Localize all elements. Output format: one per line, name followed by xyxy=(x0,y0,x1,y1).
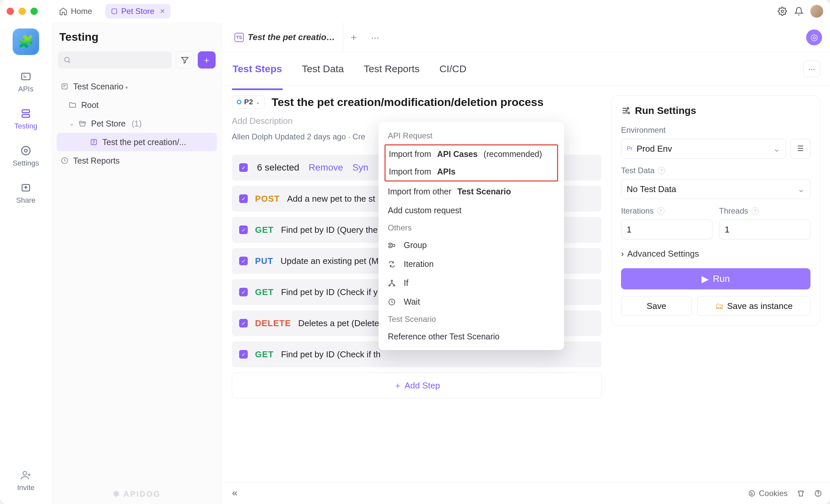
advanced-settings-toggle[interactable]: Advanced Settings xyxy=(621,249,810,259)
sidebar: Testing ＋ xyxy=(52,23,222,504)
sidebar-item-test-reports[interactable]: Test Reports xyxy=(57,151,217,170)
svg-rect-4 xyxy=(22,115,30,118)
env-menu-button[interactable]: ☰ xyxy=(791,139,810,159)
testdata-value: No Test Data xyxy=(627,184,676,194)
subtab-test-data[interactable]: Test Data xyxy=(301,59,345,79)
rail-item-testing[interactable]: Testing xyxy=(0,106,52,132)
document-tab[interactable]: TS Test the pet creatio… xyxy=(227,23,343,52)
help-icon[interactable]: ? xyxy=(657,207,664,215)
step-checkbox[interactable]: ✓ xyxy=(239,350,248,358)
priority-dot-icon xyxy=(237,100,242,104)
rail-item-share[interactable]: Share xyxy=(0,180,52,207)
scenario-icon xyxy=(61,83,69,90)
settings-icon xyxy=(20,145,31,156)
subtab-test-reports[interactable]: Test Reports xyxy=(363,59,420,79)
dropdown-add-custom[interactable]: Add custom request xyxy=(379,201,564,220)
app-logo[interactable] xyxy=(12,29,39,55)
close-icon[interactable]: ✕ xyxy=(160,7,165,15)
chevron-down-icon: ⌄ xyxy=(773,144,780,154)
notifications-button[interactable] xyxy=(792,5,805,18)
step-checkbox[interactable]: ✓ xyxy=(239,288,248,296)
add-step-button[interactable]: ＋ Add Step xyxy=(232,373,602,398)
save-as-instance-button[interactable]: 🗂 Save as instance xyxy=(697,296,810,316)
env-select[interactable]: Pr Prod Env ⌄ xyxy=(621,139,786,159)
tab-more-button[interactable]: ··· xyxy=(364,23,385,52)
priority-selector[interactable]: P2 ⌄ xyxy=(232,95,265,108)
theme-button[interactable] xyxy=(797,490,805,497)
window-close-dot[interactable] xyxy=(7,8,14,15)
dropdown-import-other-scenario[interactable]: Import from other Test Scenario xyxy=(379,182,564,201)
sidebar-item-test-scenario[interactable]: Test Scenario xyxy=(57,77,217,96)
sidebar-item-scenario[interactable]: Test the pet creation/... xyxy=(57,133,217,151)
sidebar-item-root[interactable]: Root xyxy=(57,96,217,114)
window-minimize-dot[interactable] xyxy=(19,8,26,15)
author-name: Allen Dolph xyxy=(232,132,273,141)
svg-point-6 xyxy=(22,146,30,155)
testdata-select[interactable]: No Test Data ⌄ xyxy=(621,179,810,199)
created-label: Cre xyxy=(348,132,365,141)
step-checkbox[interactable]: ✓ xyxy=(239,225,248,234)
workspace-tab[interactable]: Pet Store ✕ xyxy=(105,4,170,19)
help-icon[interactable]: ? xyxy=(658,167,665,174)
dropdown-if[interactable]: If xyxy=(379,274,564,292)
help-button[interactable] xyxy=(814,490,822,497)
svg-point-9 xyxy=(65,57,69,62)
folder-icon xyxy=(69,101,77,109)
dropdown-import-apis[interactable]: Import from APIs xyxy=(385,163,557,181)
run-button[interactable]: ▶ Run xyxy=(621,268,810,289)
document-tabs: TS Test the pet creatio… ＋ ··· ◎ xyxy=(222,23,830,52)
bell-icon xyxy=(794,7,803,16)
dropdown-wait[interactable]: Wait xyxy=(379,292,564,311)
new-button[interactable]: ＋ xyxy=(198,51,216,68)
document-tab-label: Test the pet creatio… xyxy=(248,32,335,42)
priority-label: P2 xyxy=(244,98,253,106)
compass-button[interactable]: ◎ xyxy=(806,29,822,45)
invite-icon xyxy=(20,470,31,481)
dropdown-group[interactable]: Group xyxy=(379,236,564,255)
step-checkbox[interactable]: ✓ xyxy=(239,257,248,265)
tree-label: Test Reports xyxy=(73,156,120,165)
http-method: GET xyxy=(255,225,274,235)
rail-item-invite[interactable]: Invite xyxy=(0,468,52,494)
subtab-more-button[interactable]: ··· xyxy=(803,61,820,77)
window-maximize-dot[interactable] xyxy=(30,8,38,15)
svg-point-26 xyxy=(751,494,752,494)
select-all-checkbox[interactable]: ✓ xyxy=(239,163,248,172)
step-title: Find pet by ID (Query the xyxy=(281,225,378,235)
settings-button[interactable] xyxy=(776,5,789,18)
home-button[interactable]: Home xyxy=(54,5,97,18)
search-input[interactable] xyxy=(58,51,172,68)
dropdown-ref-other[interactable]: Reference other Test Scenario xyxy=(379,327,564,346)
step-checkbox[interactable]: ✓ xyxy=(239,319,248,327)
tree-label: Root xyxy=(81,100,99,110)
remove-link[interactable]: Remove xyxy=(309,162,343,173)
save-label: Save xyxy=(647,301,666,311)
rail-item-apis[interactable]: APIs xyxy=(0,69,52,95)
svg-point-25 xyxy=(752,494,753,494)
iterations-input[interactable]: 1 xyxy=(621,220,712,240)
sync-link[interactable]: Syn xyxy=(352,162,368,173)
cookies-button[interactable]: Cookies xyxy=(748,489,788,498)
rail-item-settings[interactable]: Settings xyxy=(0,143,52,169)
tab-add-button[interactable]: ＋ xyxy=(343,23,364,52)
filter-button[interactable] xyxy=(176,51,194,68)
scenario-title[interactable]: Test the pet creation/modification/delet… xyxy=(272,96,543,108)
collapse-panel-button[interactable] xyxy=(230,489,238,498)
workspace-icon xyxy=(110,8,118,15)
help-icon[interactable]: ? xyxy=(752,207,759,215)
run-settings-title: Run Settings xyxy=(635,105,696,116)
chevron-down-icon[interactable]: ⌄ xyxy=(69,120,74,127)
step-checkbox[interactable]: ✓ xyxy=(239,194,248,203)
threads-input[interactable]: 1 xyxy=(719,220,810,240)
sidebar-item-petstore[interactable]: ⌄ Pet Store (1) xyxy=(57,114,217,133)
env-label: Environment xyxy=(621,126,810,135)
add-step-label: Add Step xyxy=(405,380,440,391)
save-button[interactable]: Save xyxy=(621,296,692,316)
more-icon: ··· xyxy=(808,64,815,73)
dropdown-import-api-cases[interactable]: Import from API Cases (recommended) xyxy=(385,146,557,163)
avatar[interactable] xyxy=(810,5,823,18)
dropdown-iteration[interactable]: Iteration xyxy=(379,255,564,274)
subtab-cicd[interactable]: CI/CD xyxy=(439,59,467,79)
subtab-test-steps[interactable]: Test Steps xyxy=(232,59,283,79)
run-label: Run xyxy=(713,274,730,284)
